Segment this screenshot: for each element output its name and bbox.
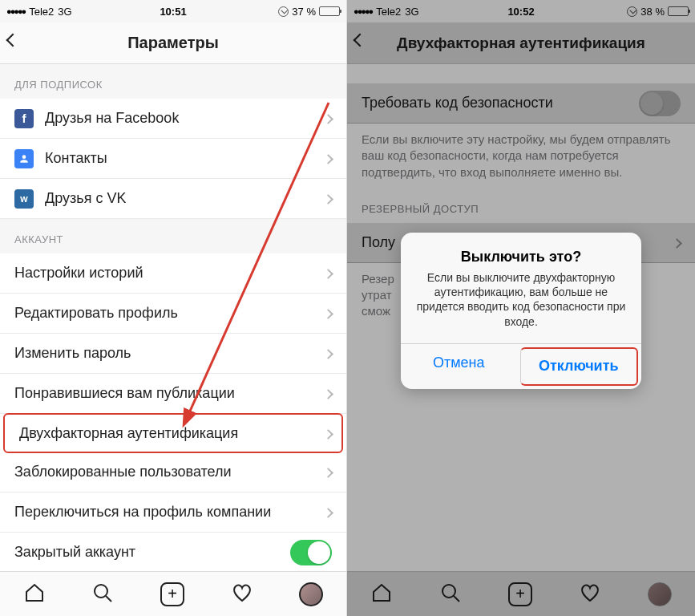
home-tab[interactable] <box>23 582 46 607</box>
status-bar: ●●●●● Tele2 3G 10:51 37 % <box>0 0 346 22</box>
row-label: Друзья на Facebook <box>45 110 179 127</box>
row-story-settings[interactable]: Настройки историй <box>0 253 346 294</box>
row-label: Настройки историй <box>14 265 143 282</box>
alert-cancel-button[interactable]: Отмена <box>401 344 517 383</box>
tab-bar: + <box>0 571 346 616</box>
chevron-right-icon <box>325 345 332 362</box>
private-toggle[interactable] <box>290 540 332 565</box>
follow-list: f Друзья на Facebook Контакты w Друзья с… <box>0 99 346 219</box>
chevron-right-icon <box>325 190 332 207</box>
row-label: Контакты <box>45 150 107 167</box>
row-label: Редактировать профиль <box>14 305 178 322</box>
chevron-right-icon <box>325 305 332 322</box>
network: 3G <box>58 6 71 18</box>
chevron-right-icon <box>325 150 332 167</box>
chevron-right-icon <box>325 504 332 521</box>
row-private-account[interactable]: Закрытый аккаунт <box>0 533 346 573</box>
chevron-right-icon <box>325 464 332 480</box>
chevron-right-icon <box>325 385 332 402</box>
search-tab[interactable] <box>91 582 114 607</box>
row-blocked-users[interactable]: Заблокированные пользователи <box>0 452 346 492</box>
nav-bar: Параметры <box>0 22 346 64</box>
alert-cancel-label: Отмена <box>433 355 485 371</box>
svg-line-2 <box>106 596 111 602</box>
chevron-right-icon <box>325 110 332 127</box>
chevron-right-icon <box>325 265 332 282</box>
row-label: Закрытый аккаунт <box>14 544 135 561</box>
row-contacts[interactable]: Контакты <box>0 139 346 179</box>
vk-icon: w <box>14 189 34 209</box>
row-label: Заблокированные пользователи <box>14 464 232 480</box>
account-list: Настройки историй Редактировать профиль … <box>0 253 346 573</box>
alert-title: Выключить это? <box>415 249 627 265</box>
alert-disable-label: Отключить <box>539 358 619 375</box>
battery-pct: 37 % <box>292 6 316 18</box>
left-screen: ●●●●● Tele2 3G 10:51 37 % Параметры ДЛЯ … <box>0 0 347 616</box>
new-post-tab[interactable]: + <box>160 582 184 606</box>
row-label: Друзья с VK <box>45 190 126 207</box>
section-header-follow: ДЛЯ ПОДПИСОК <box>0 64 346 99</box>
chevron-left-icon <box>6 33 20 47</box>
facebook-icon: f <box>14 109 34 128</box>
carrier: Tele2 <box>29 6 54 18</box>
signal-dots: ●●●●● <box>6 6 25 16</box>
row-label: Понравившиеся вам публикации <box>14 385 235 402</box>
row-facebook-friends[interactable]: f Друзья на Facebook <box>0 99 346 139</box>
right-screen: ●●●●● Tele2 3G 10:52 38 % Двухфакторная … <box>347 0 695 616</box>
row-label: Переключиться на профиль компании <box>14 504 271 521</box>
svg-point-1 <box>95 585 107 598</box>
nav-title: Параметры <box>127 34 219 52</box>
row-label: Двухфакторная аутентификация <box>19 425 238 442</box>
orientation-lock-icon <box>278 6 289 17</box>
row-liked-posts[interactable]: Понравившиеся вам публикации <box>0 374 346 414</box>
row-label: Изменить пароль <box>14 345 131 362</box>
activity-tab[interactable] <box>231 582 253 607</box>
back-button[interactable] <box>8 34 27 53</box>
row-edit-profile[interactable]: Редактировать профиль <box>0 294 346 334</box>
row-two-factor-auth[interactable]: Двухфакторная аутентификация <box>3 413 343 453</box>
row-switch-business[interactable]: Переключиться на профиль компании <box>0 492 346 533</box>
alert-message: Если вы выключите двухфакторную аутентиф… <box>415 270 627 329</box>
disable-2fa-alert: Выключить это? Если вы выключите двухфак… <box>401 233 641 389</box>
status-time: 10:51 <box>160 6 186 18</box>
battery-icon <box>319 6 340 16</box>
row-vk-friends[interactable]: w Друзья с VK <box>0 179 346 219</box>
section-header-account: АККАУНТ <box>0 219 346 253</box>
profile-tab[interactable] <box>299 582 323 606</box>
chevron-right-icon <box>325 425 332 442</box>
row-change-password[interactable]: Изменить пароль <box>0 334 346 374</box>
contact-icon <box>14 149 34 168</box>
alert-disable-button[interactable]: Отключить <box>520 347 639 386</box>
